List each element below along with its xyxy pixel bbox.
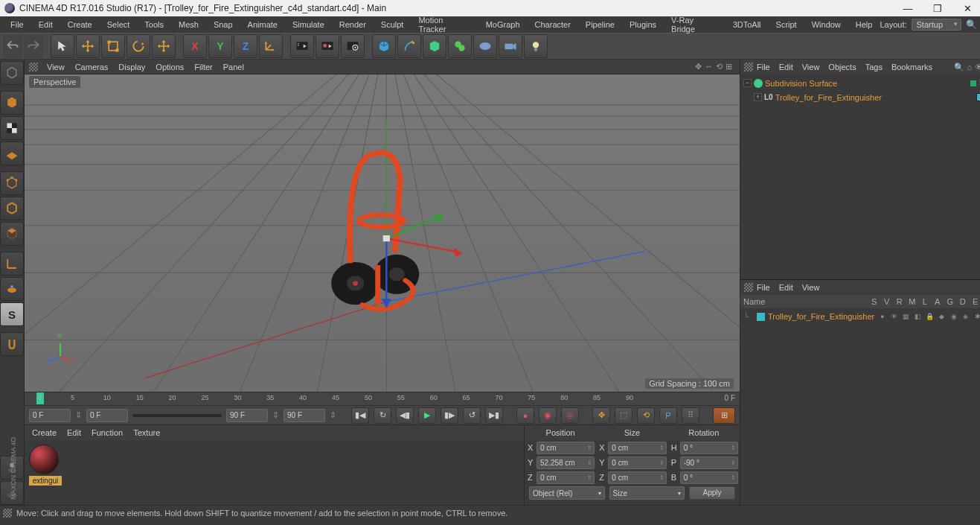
menu-window[interactable]: Window <box>804 18 848 31</box>
menu-character[interactable]: Character <box>528 18 578 31</box>
play-button[interactable]: ▶ <box>418 407 436 424</box>
axis-mode-button[interactable] <box>0 252 24 276</box>
position-key-button[interactable]: ✥ <box>592 407 610 424</box>
menu-mesh[interactable]: Mesh <box>171 18 206 31</box>
spinner-icon[interactable]: ⇕ <box>330 410 336 420</box>
goto-start-button[interactable]: ▮◀ <box>351 407 369 424</box>
timeline-ruler[interactable]: 051015202530354045505560657075808590 0 F <box>25 392 740 405</box>
pla-key-button[interactable]: ⠿ <box>682 407 699 424</box>
menu-pipeline[interactable]: Pipeline <box>578 18 622 31</box>
generator-button[interactable] <box>423 34 446 58</box>
solo-toggle[interactable]: ● <box>877 312 887 322</box>
spinner-icon[interactable]: ⇕ <box>75 410 82 420</box>
coord-size-dropdown[interactable]: Size <box>609 486 685 500</box>
menu-simulate[interactable]: Simulate <box>285 18 332 31</box>
snap-button[interactable]: S <box>0 302 24 326</box>
obj-menu-edit[interactable]: Edit <box>779 63 793 71</box>
menu-vray-bridge[interactable]: V-Ray Bridge <box>664 13 726 36</box>
next-frame-button[interactable]: ▮▶ <box>441 407 458 424</box>
menu-plugins[interactable]: Plugins <box>622 18 664 31</box>
render-toggle[interactable]: ▦ <box>901 312 911 322</box>
rot-field[interactable]: 0 ° <box>680 442 738 454</box>
end-range-field[interactable]: 90 F <box>226 409 268 422</box>
next-key-button[interactable]: ↺ <box>463 407 481 424</box>
menu-help[interactable]: Help <box>848 18 880 31</box>
size-field[interactable]: 0 cm <box>608 456 666 469</box>
lock-toggle[interactable]: 🔒 <box>925 312 935 322</box>
y-axis-lock[interactable]: Y <box>208 34 232 58</box>
autokey-button[interactable]: ◉ <box>539 407 557 424</box>
spinner-icon[interactable]: ⇕ <box>272 410 279 420</box>
live-selection-tool[interactable] <box>51 34 74 58</box>
pos-field[interactable]: 0 cm <box>537 471 595 484</box>
coord-system-button[interactable] <box>259 34 283 58</box>
gen-toggle[interactable]: ◉ <box>949 312 958 322</box>
coord-mode-dropdown[interactable]: Object (Rel) <box>529 486 605 500</box>
scale-tool[interactable] <box>101 34 125 58</box>
obj-menu-objects[interactable]: Objects <box>828 63 856 71</box>
vp-pan-icon[interactable]: ✥ <box>695 62 702 71</box>
menu-animate[interactable]: Animate <box>240 18 285 31</box>
expand-button[interactable]: + <box>754 93 762 101</box>
edges-mode-button[interactable] <box>0 197 24 220</box>
maximize-button[interactable]: ❐ <box>929 2 946 14</box>
deform-toggle[interactable]: ◈ <box>961 312 970 322</box>
redo-button[interactable] <box>24 34 43 58</box>
texture-mode-button[interactable] <box>0 116 24 140</box>
vp-menu-panel[interactable]: Panel <box>223 63 244 71</box>
enable-snap-button[interactable] <box>0 332 24 356</box>
viewport[interactable]: Perspective Grid Spacing : 100 cm Y X Z <box>25 74 740 392</box>
primitive-cube-button[interactable] <box>372 34 396 58</box>
spline-pen-button[interactable] <box>397 34 421 58</box>
eye-icon[interactable]: 👁 <box>975 63 980 72</box>
menu-tools[interactable]: Tools <box>137 18 171 31</box>
record-button[interactable]: ● <box>516 407 534 424</box>
menu-sculpt[interactable]: Sculpt <box>374 18 411 31</box>
menu-motion-tracker[interactable]: Motion Tracker <box>411 13 478 36</box>
vp-menu-display[interactable]: Display <box>118 63 145 71</box>
menu-create[interactable]: Create <box>60 18 100 31</box>
menu-file[interactable]: File <box>3 18 31 31</box>
view-toggle[interactable]: 👁 <box>889 312 899 322</box>
vp-menu-options[interactable]: Options <box>156 63 184 71</box>
model-mode-button[interactable] <box>0 91 24 115</box>
vp-menu-cameras[interactable]: Cameras <box>75 63 109 71</box>
menu-script[interactable]: Script <box>769 18 804 31</box>
size-field[interactable]: 0 cm <box>608 471 666 484</box>
layer-menu-edit[interactable]: Edit <box>779 283 793 292</box>
close-button[interactable]: ✕ <box>959 2 976 14</box>
layer-tag-icon[interactable] <box>976 93 980 101</box>
end-frame-field[interactable]: 90 F <box>284 409 325 422</box>
layer-menu-view[interactable]: View <box>802 283 820 292</box>
object-row-trolley[interactable]: + L0 Trolley_for_Fire_Extinguisher ⠿ <box>743 90 980 104</box>
workplane-mode-button[interactable] <box>0 141 24 165</box>
mat-menu-edit[interactable]: Edit <box>67 428 81 437</box>
expr-toggle[interactable]: ✱ <box>973 312 980 322</box>
menu-edit[interactable]: Edit <box>31 18 60 31</box>
anim-toggle[interactable]: ◆ <box>937 312 947 322</box>
goto-end-button[interactable]: ▶▮ <box>485 407 503 424</box>
obj-menu-view[interactable]: View <box>802 63 820 71</box>
vp-zoom-icon[interactable]: ↔ <box>705 62 713 71</box>
render-settings-button[interactable] <box>341 34 365 58</box>
obj-menu-bookmarks[interactable]: Bookmarks <box>891 63 932 71</box>
param-key-button[interactable]: P <box>659 407 677 424</box>
menu-render[interactable]: Render <box>332 18 374 31</box>
minimize-button[interactable]: — <box>900 2 916 14</box>
rotation-key-button[interactable]: ⟲ <box>637 407 655 424</box>
camera-button[interactable] <box>499 34 522 58</box>
menu-mograph[interactable]: MoGraph <box>478 18 528 31</box>
vp-toggle-icon[interactable]: ⊞ <box>726 62 732 71</box>
rot-field[interactable]: -90 ° <box>680 456 738 469</box>
material-item[interactable]: extingui <box>29 445 62 500</box>
make-editable-button[interactable] <box>0 61 24 85</box>
undo-button[interactable] <box>3 34 22 58</box>
scale-key-button[interactable]: ⬚ <box>615 407 632 424</box>
size-field[interactable]: 0 cm <box>608 442 666 454</box>
keyframe-sel-button[interactable]: ◎ <box>561 407 579 424</box>
mat-menu-function[interactable]: Function <box>92 428 123 437</box>
menu-select[interactable]: Select <box>100 18 138 31</box>
light-button[interactable] <box>524 34 548 58</box>
rot-field[interactable]: 0 ° <box>680 471 738 484</box>
vp-menu-view[interactable]: View <box>47 63 65 71</box>
